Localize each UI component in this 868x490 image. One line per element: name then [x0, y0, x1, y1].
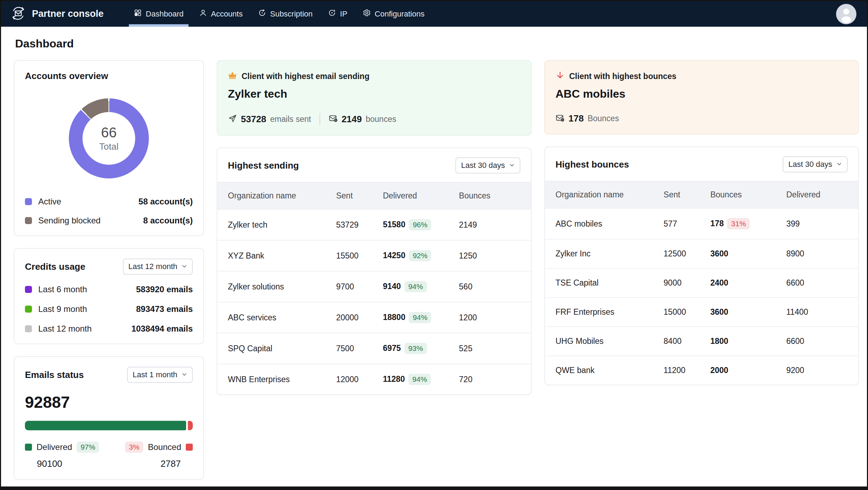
bounced-legend: 3% Bounced 2787 [125, 442, 193, 469]
nav-item-accounts[interactable]: Accounts [191, 1, 251, 27]
table-row: UHG Mobiles 8400 1800 6600 [545, 326, 858, 355]
column-header: Bounces [459, 191, 520, 201]
highest-sending-card: Highest sending Last 30 days Organizatio… [217, 148, 532, 395]
nav-item-dashboard[interactable]: Dashboard [126, 1, 191, 27]
delivered-cell: 5158096% [383, 219, 459, 230]
highest-sending-range-select[interactable]: Last 30 days [455, 157, 520, 174]
org-name-cell: FRF Enterprises [555, 307, 664, 317]
bounces-pct-badge: 31% [727, 218, 750, 229]
primary-nav: Dashboard Accounts Subscription [126, 1, 432, 27]
delivered-bar-segment [25, 421, 186, 430]
bounced-label: Bounced [148, 442, 181, 452]
legend-active: Active 58 account(s) [25, 197, 193, 207]
highest-sending-range-value: Last 30 days [461, 161, 505, 170]
credit-row: Last 6 month 583920 emails [25, 285, 193, 294]
bounced-pct-badge: 3% [125, 442, 143, 453]
org-name-cell: ABC services [228, 313, 336, 322]
column-header: Bounces [710, 190, 786, 200]
highest-sending-rows: Zylker tech 53729 5158096% 2149 XYZ Bank… [217, 209, 531, 394]
emails-status-card: Emails status Last 1 month 92887 [14, 356, 204, 480]
legend-value: 8 account(s) [143, 216, 193, 226]
credit-value: 1038494 emails [131, 324, 193, 334]
table-row: ABC services 20000 1880094% 1200 [217, 302, 531, 333]
last-12-month-swatch [25, 325, 32, 332]
credits-usage-card: Credits usage Last 12 month Last 6 month… [14, 248, 204, 344]
column-header: Sent [336, 191, 383, 201]
bounced-count: 2787 [125, 458, 181, 469]
emails-total: 92887 [25, 393, 193, 412]
credits-usage-title: Credits usage [25, 261, 85, 272]
sent-cell: 53729 [336, 220, 383, 230]
user-avatar[interactable] [836, 4, 856, 24]
sent-cell: 15000 [664, 307, 710, 317]
highest-bounces-range-select[interactable]: Last 30 days [783, 156, 848, 172]
credit-value: 893473 emails [136, 304, 193, 314]
bounces-cell: 17831% [710, 218, 786, 229]
bounces-stat: 2149 bounces [329, 114, 396, 125]
bounces-cell: 560 [459, 282, 520, 292]
stat-value: 2149 [342, 114, 362, 125]
nav-item-configurations[interactable]: Configurations [355, 1, 432, 27]
credit-label: Last 6 month [38, 285, 87, 294]
column-header: Organization name [555, 190, 664, 200]
delivered-count: 90100 [37, 458, 99, 469]
credit-label: Last 12 month [38, 324, 92, 334]
highest-bounces-caption: Client with highest bounces [569, 72, 676, 81]
legend-value: 58 account(s) [138, 197, 193, 207]
highest-bounces-range-value: Last 30 days [788, 160, 832, 169]
column-header: Delivered [383, 191, 459, 201]
middle-column: Client with highest email sending Zylker… [217, 60, 532, 395]
credits-range-select[interactable]: Last 12 month [123, 259, 193, 275]
credit-label: Last 9 month [38, 304, 87, 314]
delivered-pct-badge: 93% [405, 343, 427, 354]
bounces-cell: 3600 [710, 307, 786, 317]
nav-item-subscription[interactable]: Subscription [250, 1, 320, 27]
brand: Partner console [10, 1, 104, 27]
nav-item-ip[interactable]: IP [320, 1, 355, 27]
bounces-cell: 1250 [459, 251, 520, 261]
delivered-cell: 8900 [786, 249, 848, 259]
credit-row: Last 9 month 893473 emails [25, 304, 193, 314]
gear-icon [363, 9, 371, 19]
org-name-cell: Zylker solutions [228, 282, 336, 292]
highest-sender-name: Zylker tech [228, 87, 520, 100]
sent-cell: 9000 [664, 278, 710, 288]
delivered-cell: 1425092% [383, 250, 459, 261]
delivered-cell: 9200 [786, 366, 848, 375]
ip-icon [328, 9, 336, 19]
top-navigation-bar: Partner console Dashboard [1, 1, 867, 27]
bounces-cell: 2400 [710, 278, 786, 288]
highest-bounces-title: Highest bounces [555, 159, 629, 170]
nav-label: Dashboard [146, 9, 184, 19]
highest-bounces-highlight-card: Client with highest bounces ABC mobiles … [544, 60, 859, 135]
table-row: SPQ Capital 7500 697593% 525 [217, 333, 531, 364]
delivered-pct-badge: 94% [408, 374, 431, 385]
sent-cell: 9700 [336, 282, 383, 292]
emails-status-range-select[interactable]: Last 1 month [127, 367, 193, 383]
sent-cell: 11200 [664, 366, 710, 375]
emails-status-title: Emails status [25, 370, 84, 380]
highest-sending-title: Highest sending [228, 160, 299, 171]
highest-bounces-card: Highest bounces Last 30 days Organizatio… [544, 146, 859, 385]
table-row: Zylker Inc 12500 3600 8900 [545, 239, 858, 268]
subscription-icon [258, 9, 266, 19]
delivered-pct-badge: 92% [409, 250, 431, 261]
delivered-cell: 1880094% [383, 312, 459, 323]
person-icon [199, 9, 207, 19]
sent-cell: 12000 [336, 375, 383, 384]
credit-value: 583920 emails [136, 285, 193, 294]
credits-range-value: Last 12 month [129, 262, 177, 271]
stat-value: 53728 [241, 114, 266, 125]
highest-sender-caption-row: Client with highest email sending [228, 71, 520, 82]
last-6-month-swatch [25, 286, 32, 293]
partner-console-window: Partner console Dashboard [0, 0, 868, 490]
emails-status-bar [25, 421, 193, 430]
legend-label: Active [38, 197, 61, 207]
org-name-cell: ABC mobiles [555, 219, 664, 229]
org-name-cell: WNB Enterprises [228, 375, 336, 384]
bounces-cell: 2149 [459, 220, 520, 230]
delivered-pct-badge: 96% [409, 219, 431, 230]
bounces-cell: 2000 [710, 366, 786, 375]
highest-sender-caption: Client with highest email sending [242, 72, 369, 81]
sent-cell: 15500 [336, 251, 383, 261]
